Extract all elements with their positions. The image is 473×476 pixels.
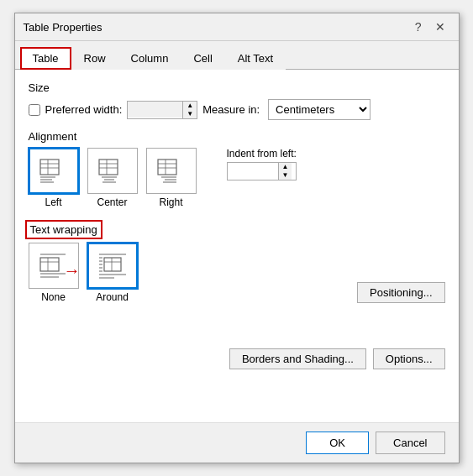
dialog-title: Table Properties (24, 21, 102, 34)
wrap-none-icon (39, 253, 69, 280)
text-wrapping-label: Text wrapping (29, 223, 445, 236)
alignment-label: Alignment (29, 130, 445, 143)
cancel-button[interactable]: Cancel (376, 432, 444, 454)
wrap-around-option[interactable]: Around → (87, 243, 138, 303)
svg-rect-0 (40, 160, 59, 175)
align-left-box[interactable] (29, 148, 79, 194)
indent-input[interactable]: 0 cm (228, 164, 278, 180)
svg-rect-21 (40, 258, 59, 271)
indent-input-group: 0 cm ▲ ▼ (227, 162, 297, 180)
wrap-none-label: None (41, 291, 66, 303)
wrap-options: None (29, 243, 138, 303)
wrap-and-position-row: None (29, 243, 445, 303)
indent-down-btn[interactable]: ▼ (279, 171, 292, 180)
align-left-option[interactable]: Left (29, 148, 79, 208)
indent-group: Indent from left: 0 cm ▲ ▼ (227, 148, 297, 180)
wrap-around-icon (97, 253, 128, 280)
size-row: Preferred width: 0 cm ▲ ▼ Measure in: Ce… (29, 99, 445, 120)
options-button[interactable]: Options... (373, 348, 445, 369)
measure-select-group: Centimeters Inches Percent (268, 99, 371, 120)
indent-spinner: ▲ ▼ (278, 163, 292, 180)
table-properties-dialog: Table Properties ? ✕ Table Row Column Ce… (14, 13, 460, 463)
wrap-around-label: Around (96, 291, 129, 303)
measure-in-label: Measure in: (202, 103, 260, 116)
positioning-button[interactable]: Positioning... (357, 282, 444, 303)
tab-cell[interactable]: Cell (181, 47, 224, 70)
align-right-option[interactable]: Right (146, 148, 197, 208)
preferred-width-checkbox[interactable] (29, 104, 40, 116)
close-button[interactable]: ✕ (430, 18, 450, 35)
wrap-none-option[interactable]: None (29, 243, 79, 303)
tab-bar: Table Row Column Cell Alt Text (15, 41, 459, 70)
wrap-none-box[interactable] (29, 243, 79, 289)
align-left-label: Left (45, 196, 61, 208)
align-center-icon (97, 158, 128, 185)
svg-rect-27 (104, 258, 121, 271)
tab-alt-text[interactable]: Alt Text (225, 47, 286, 70)
alignment-options: Left (29, 148, 197, 208)
dialog-content: Size Preferred width: 0 cm ▲ ▼ Measure i… (15, 70, 459, 422)
preferred-width-input[interactable]: 0 cm (128, 102, 182, 118)
tab-column[interactable]: Column (118, 47, 181, 70)
footer-buttons: OK Cancel (15, 422, 459, 463)
align-left-icon (39, 158, 69, 185)
wrap-around-box[interactable] (87, 243, 138, 289)
borders-shading-button[interactable]: Borders and Shading... (229, 348, 366, 369)
alignment-section: Alignment (29, 130, 445, 212)
width-down-btn[interactable]: ▼ (183, 110, 197, 118)
align-center-box[interactable] (87, 148, 138, 194)
align-center-label: Center (97, 196, 127, 208)
preferred-width-input-group: 0 cm ▲ ▼ (127, 101, 197, 119)
tab-row[interactable]: Row (71, 47, 118, 70)
title-bar-buttons: ? ✕ (410, 18, 450, 35)
align-right-label: Right (159, 196, 182, 208)
svg-rect-14 (158, 160, 176, 175)
spacer (29, 315, 445, 348)
measure-select[interactable]: Centimeters Inches Percent (269, 100, 370, 119)
action-buttons-row: Borders and Shading... Options... (29, 348, 445, 369)
title-bar: Table Properties ? ✕ (15, 13, 459, 41)
text-wrapping-section: Text wrapping (29, 223, 445, 303)
width-up-btn[interactable]: ▲ (183, 102, 197, 110)
indent-up-btn[interactable]: ▲ (279, 163, 292, 171)
ok-button[interactable]: OK (306, 432, 369, 454)
svg-rect-7 (99, 160, 118, 175)
align-center-option[interactable]: Center (87, 148, 138, 208)
align-right-box[interactable] (146, 148, 197, 194)
align-right-icon (156, 158, 187, 185)
preferred-width-label: Preferred width: (45, 103, 123, 116)
indent-label: Indent from left: (227, 148, 297, 160)
tab-table[interactable]: Table (20, 47, 71, 70)
preferred-width-spinner: ▲ ▼ (182, 102, 197, 118)
help-button[interactable]: ? (410, 18, 427, 35)
size-section-label: Size (29, 81, 445, 94)
